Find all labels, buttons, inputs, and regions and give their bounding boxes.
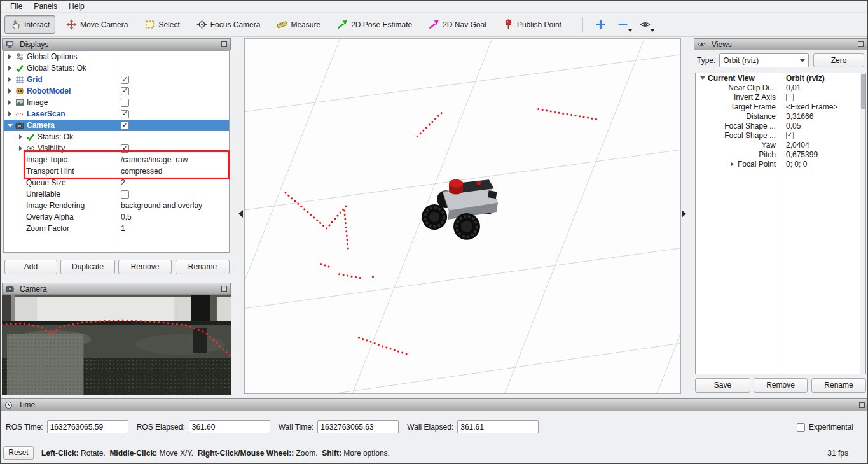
remove-button[interactable]: Remove bbox=[754, 378, 808, 393]
view-row-focal-shape[interactable]: Focal Shape ...0,05 bbox=[696, 121, 865, 130]
row-checkbox[interactable] bbox=[121, 110, 129, 118]
row-checkbox[interactable] bbox=[121, 76, 129, 84]
display-row-grid[interactable]: Grid bbox=[4, 74, 229, 85]
views-panel-titlebar[interactable]: Views bbox=[694, 38, 867, 50]
tool-label: Move Camera bbox=[80, 20, 128, 29]
display-row-queue-size[interactable]: Queue Size2 bbox=[4, 177, 229, 188]
row-name: Zoom Factor bbox=[4, 223, 118, 234]
expander-icon[interactable] bbox=[18, 146, 24, 151]
tool-tool-visibility[interactable] bbox=[635, 15, 655, 34]
save-button[interactable]: Save bbox=[695, 378, 750, 393]
tool-add-tool[interactable] bbox=[591, 15, 610, 34]
tool-remove-tool[interactable] bbox=[613, 15, 633, 34]
zero-button[interactable]: Zero bbox=[813, 53, 864, 67]
view-row-near-clip-di[interactable]: Near Clip Di...0,01 bbox=[696, 83, 865, 92]
main-area: Displays Global OptionsGlobal Status: Ok… bbox=[1, 37, 868, 398]
reset-button[interactable]: Reset bbox=[3, 446, 34, 460]
view-row-target-frame[interactable]: Target Frame<Fixed Frame> bbox=[696, 102, 865, 111]
camera-float-button[interactable] bbox=[221, 286, 227, 292]
displays-float-button[interactable] bbox=[221, 41, 227, 47]
menu-panels[interactable]: Panels bbox=[28, 1, 63, 11]
row-checkbox[interactable] bbox=[121, 190, 129, 199]
expander-icon[interactable] bbox=[7, 77, 13, 83]
row-name: Unreliable bbox=[4, 188, 118, 200]
field-input-ros-elapsed[interactable] bbox=[189, 420, 270, 433]
rename-button[interactable]: Rename bbox=[811, 378, 866, 393]
row-checkbox[interactable] bbox=[121, 99, 129, 107]
tool-label: Measure bbox=[291, 20, 320, 29]
field-input-wall-time[interactable] bbox=[317, 420, 399, 433]
tool-2d-pose-estimate[interactable]: 2D Pose Estimate bbox=[331, 15, 418, 34]
view-row-focal-point[interactable]: Focal Point0; 0; 0 bbox=[696, 159, 865, 169]
display-row-laserscan[interactable]: LaserScan bbox=[4, 108, 229, 120]
rename-button[interactable]: Rename bbox=[176, 260, 230, 274]
view-row-distance[interactable]: Distance3,31666 bbox=[696, 111, 865, 121]
display-row-status-ok[interactable]: Status: Ok bbox=[4, 131, 229, 143]
tool-2d-nav-goal[interactable]: 2D Nav Goal bbox=[423, 15, 492, 34]
row-checkbox[interactable] bbox=[121, 122, 129, 130]
nav-goal-icon bbox=[429, 19, 439, 30]
splitter-collapse-right-icon[interactable] bbox=[682, 210, 686, 218]
expander-icon[interactable] bbox=[7, 66, 13, 71]
views-float-button[interactable] bbox=[858, 41, 864, 47]
display-row-camera[interactable]: Camera bbox=[4, 120, 229, 131]
row-checkbox[interactable] bbox=[121, 87, 129, 95]
display-row-image-topic[interactable]: Image Topic/camera/image_raw bbox=[4, 154, 229, 165]
display-row-zoom-factor[interactable]: Zoom Factor1 bbox=[4, 223, 229, 234]
display-row-unreliable[interactable]: Unreliable bbox=[4, 188, 229, 200]
display-row-global-status-ok[interactable]: Global Status: Ok bbox=[4, 62, 229, 74]
menu-help[interactable]: Help bbox=[63, 1, 90, 11]
expander-icon[interactable] bbox=[18, 134, 24, 140]
camera-panel-titlebar[interactable]: Camera bbox=[2, 283, 231, 295]
field-input-wall-elapsed[interactable] bbox=[457, 420, 539, 433]
splitter-collapse-left-icon[interactable] bbox=[238, 210, 243, 218]
row-checkbox[interactable] bbox=[786, 132, 794, 139]
tool-select[interactable]: Select bbox=[139, 15, 185, 34]
row-value: Orbit (rviz) bbox=[783, 74, 865, 83]
add-button[interactable]: Add bbox=[4, 260, 57, 274]
row-label: Visibility bbox=[38, 144, 65, 153]
scrollbar-thumb[interactable] bbox=[861, 74, 865, 109]
3d-viewport[interactable] bbox=[244, 38, 681, 394]
duplicate-button[interactable]: Duplicate bbox=[60, 260, 115, 274]
view-row-pitch[interactable]: Pitch0,675399 bbox=[696, 150, 865, 159]
field-input-ros-time[interactable] bbox=[47, 420, 128, 433]
view-row-focal-shape[interactable]: Focal Shape ... bbox=[696, 130, 865, 140]
display-row-transport-hint[interactable]: Transport Hintcompressed bbox=[4, 165, 229, 177]
menu-file[interactable]: File bbox=[4, 1, 28, 11]
views-tree: Current ViewOrbit (rviz)Near Clip Di...0… bbox=[695, 73, 866, 374]
display-row-image-rendering[interactable]: Image Renderingbackground and overlay bbox=[4, 200, 229, 211]
display-row-image[interactable]: Image bbox=[4, 97, 229, 108]
expander-icon[interactable] bbox=[7, 111, 13, 117]
tool-interact[interactable]: Interact bbox=[4, 15, 55, 34]
view-type-dropdown[interactable]: Orbit (rviz) bbox=[719, 53, 809, 67]
experimental-checkbox[interactable] bbox=[797, 423, 805, 432]
expander-icon[interactable] bbox=[7, 123, 13, 129]
views-scrollbar[interactable] bbox=[860, 73, 865, 374]
tool-focus-camera[interactable]: Focus Camera bbox=[191, 15, 266, 34]
time-float-button[interactable] bbox=[859, 402, 865, 408]
display-row-visibility[interactable]: Visibility bbox=[4, 143, 229, 154]
tool-measure[interactable]: Measure bbox=[271, 15, 326, 34]
expander-icon[interactable] bbox=[7, 88, 13, 94]
expander-icon[interactable] bbox=[729, 161, 735, 167]
tool-move-camera[interactable]: Move Camera bbox=[60, 15, 134, 34]
time-panel-titlebar[interactable]: Time bbox=[1, 398, 868, 411]
row-checkbox[interactable] bbox=[121, 144, 129, 153]
display-row-robotmodel[interactable]: RobotModel bbox=[4, 85, 229, 97]
displays-panel-titlebar[interactable]: Displays bbox=[2, 38, 231, 50]
row-label: RobotModel bbox=[27, 87, 71, 95]
expander-icon[interactable] bbox=[7, 100, 13, 106]
tool-publish-point[interactable]: Publish Point bbox=[497, 15, 567, 34]
expander-icon[interactable] bbox=[699, 75, 705, 81]
display-row-global-options[interactable]: Global Options bbox=[4, 51, 229, 62]
view-row-invert-z-axis[interactable]: Invert Z Axis bbox=[696, 92, 865, 102]
view-row-current-view[interactable]: Current ViewOrbit (rviz) bbox=[696, 73, 865, 83]
display-row-overlay-alpha[interactable]: Overlay Alpha0,5 bbox=[4, 211, 229, 223]
camera-panel-title: Camera bbox=[20, 285, 47, 293]
row-label: Focal Point bbox=[738, 160, 776, 169]
row-checkbox[interactable] bbox=[786, 94, 794, 101]
remove-button[interactable]: Remove bbox=[118, 260, 172, 274]
expander-icon[interactable] bbox=[7, 54, 13, 60]
view-row-yaw[interactable]: Yaw2,0404 bbox=[696, 140, 865, 150]
